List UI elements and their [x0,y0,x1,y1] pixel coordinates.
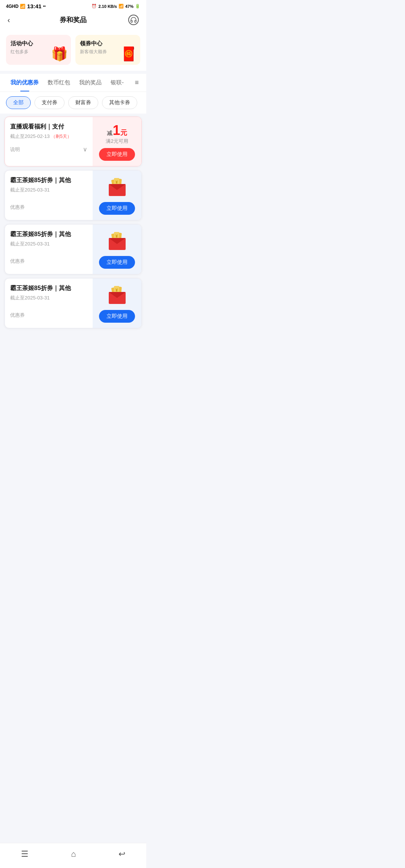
chevron-down-icon-0[interactable]: ∨ [83,146,87,153]
svg-text:¥: ¥ [115,234,118,238]
red-envelope-icon-2: ¥ [105,230,129,252]
speed-label: 2.10 KB/s [98,4,117,9]
filter-all[interactable]: 全部 [6,96,31,109]
tab-digital-redpacket[interactable]: 数币红包 [43,74,75,91]
coupon-left-2: 霸王茶姬85折券｜其他 截止至2025-03-31 优惠券 [5,224,93,274]
coupon-card-0: 直播观看福利｜支付 截止至2025-02-13 （剩5天） 说明 ∨ 减1元 满… [4,117,142,166]
battery-icon: 🔋 [135,4,140,9]
tab-my-prizes[interactable]: 我的奖品 [75,74,106,91]
tab-unionpay[interactable]: 银联- [106,74,128,91]
tab-bar: 我的优惠券 数币红包 我的奖品 银联- ≡ [0,74,146,92]
activity-center-card[interactable]: 活动中心 红包多多 🎁 [6,35,71,65]
coupon-right-2: ¥ 立即使用 [93,224,141,274]
coupon-title-0: 直播观看福利｜支付 [10,123,87,131]
coupons-list: 直播观看福利｜支付 截止至2025-02-13 （剩5天） 说明 ∨ 减1元 满… [0,117,146,358]
use-coupon-button-0[interactable]: 立即使用 [99,148,135,161]
coupon-type-1: 优惠券 [10,204,87,211]
back-button[interactable]: ‹ [8,16,20,24]
discount-display-0: 减1元 满2元可用 [106,122,128,144]
red-envelope-icon-1: ¥ [105,176,129,198]
coupon-desc-row-0: 说明 ∨ [10,143,87,153]
header: ‹ 券和奖品 [0,11,146,30]
gift-icon: 🎁 [51,46,68,62]
coupon-left-1: 霸王茶姬85折券｜其他 截止至2025-03-31 优惠券 [5,171,93,220]
coupon-card-3: 霸王茶姬85折券｜其他 截止至2025-03-31 优惠券 ¥ 立即使用 [4,278,142,328]
red-envelope-icon-3: ¥ [105,284,129,306]
coupon-card-2: 霸王茶姬85折券｜其他 截止至2025-03-31 优惠券 ¥ 立即使用 [4,224,142,274]
use-coupon-button-2[interactable]: 立即使用 [99,256,135,269]
svg-text:¥: ¥ [115,180,118,184]
envelope-icon: 🧧 [120,46,137,62]
coupon-type-3: 优惠券 [10,312,87,319]
use-coupon-button-3[interactable]: 立即使用 [99,310,135,323]
coupon-card-1: 霸王茶姬85折券｜其他 截止至2025-03-31 优惠券 ¥ 立即使用 [4,170,142,220]
filter-other-card[interactable]: 其他卡券 [102,96,137,109]
banner-section: 活动中心 红包多多 🎁 领券中心 新客领大额券 🧧 [0,30,146,71]
filter-payment[interactable]: 支付券 [34,96,64,109]
coupon-right-0: 减1元 满2元可用 立即使用 [93,117,141,166]
use-coupon-button-1[interactable]: 立即使用 [99,202,135,215]
discount-condition-0: 满2元可用 [106,138,128,144]
signal-icon: 📶 [20,4,26,9]
coupon-type-2: 优惠券 [10,258,87,265]
coupon-left-3: 霸王茶姬85折券｜其他 截止至2025-03-31 优惠券 [5,278,93,328]
carrier-label: 4GHD [6,4,18,9]
tab-more-icon[interactable]: ≡ [133,76,140,90]
coupon-date-0: 截止至2025-02-13 （剩5天） [10,133,87,140]
coupon-remaining-0: （剩5天） [51,134,72,139]
dot-icon: •• [43,4,46,8]
filter-wealth[interactable]: 财富券 [68,96,98,109]
coupon-title-2: 霸王茶姬85折券｜其他 [10,230,87,238]
coupon-date-2: 截止至2025-03-31 [10,241,87,247]
coupon-title-1: 霸王茶姬85折券｜其他 [10,177,87,184]
discount-amount-0: 1 [112,123,120,138]
wifi-icon: 📶 [118,4,124,9]
page-title: 券和奖品 [60,15,87,24]
discount-unit-0: 元 [120,129,127,136]
coupon-desc-label-0: 说明 [10,146,20,153]
coupon-center-card[interactable]: 领券中心 新客领大额券 🧧 [75,35,140,65]
coupon-date-3: 截止至2025-03-31 [10,295,87,301]
coupon-title-3: 霸王茶姬85折券｜其他 [10,284,87,292]
svg-text:¥: ¥ [115,288,118,292]
alarm-icon: ⏰ [92,4,97,9]
status-bar: 4GHD 📶 13:41 •• ⏰ 2.10 KB/s 📶 47% 🔋 [0,0,146,11]
discount-prefix-0: 减 [107,130,112,136]
battery-label: 47% [125,4,134,9]
headset-icon [128,15,139,25]
status-time: 13:41 [27,3,41,9]
service-button[interactable] [127,15,139,25]
coupon-right-1: ¥ 立即使用 [93,171,141,220]
filter-section: 全部 支付券 财富券 其他卡券 [0,92,146,114]
coupon-date-1: 截止至2025-03-31 [10,187,87,193]
coupon-right-3: ¥ 立即使用 [93,278,141,328]
tab-my-coupons[interactable]: 我的优惠券 [6,74,43,91]
coupon-left-0: 直播观看福利｜支付 截止至2025-02-13 （剩5天） 说明 ∨ [5,117,93,166]
